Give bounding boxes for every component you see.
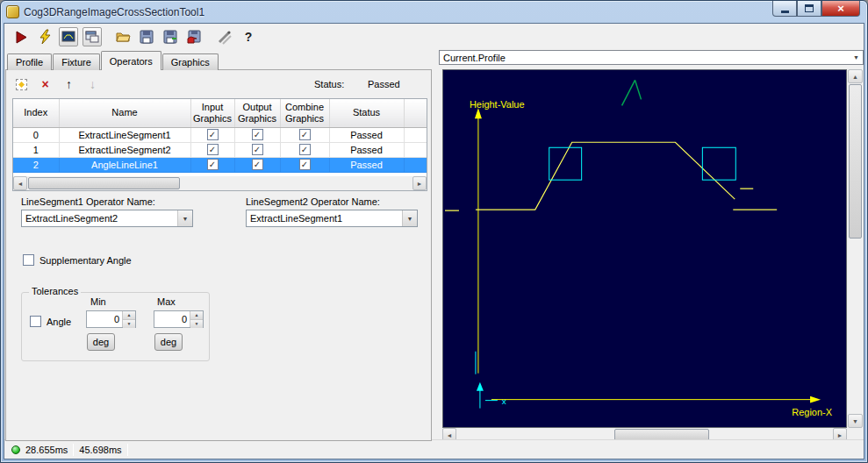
display-vscrollbar[interactable]: ▲ ▼ bbox=[848, 69, 863, 428]
status-bar: 28.655ms 45.698ms bbox=[4, 439, 864, 459]
output-graphics-checkbox[interactable]: ✓ bbox=[252, 144, 263, 155]
cell-status: Passed bbox=[329, 127, 404, 142]
angle-checkbox[interactable] bbox=[30, 316, 41, 327]
app-icon bbox=[6, 5, 19, 18]
add-operator-button[interactable] bbox=[14, 77, 29, 92]
run-button[interactable] bbox=[11, 27, 31, 46]
show-result-display-button[interactable] bbox=[59, 27, 78, 46]
move-up-icon: ↑ bbox=[66, 78, 72, 90]
tab-graphics[interactable]: Graphics bbox=[162, 53, 219, 70]
supplementary-angle-checkbox[interactable] bbox=[23, 254, 34, 266]
show-tool-display-button[interactable] bbox=[82, 27, 102, 46]
angle-marker-line bbox=[622, 80, 635, 105]
spin-up-button[interactable]: ▲ bbox=[190, 311, 203, 320]
caliper-icon bbox=[217, 29, 233, 45]
delete-icon: × bbox=[41, 78, 48, 90]
profile-plot: Height-Value Region-X x bbox=[443, 70, 846, 427]
close-button[interactable]: × bbox=[821, 1, 860, 17]
origin-x-label: x bbox=[502, 396, 506, 406]
cell-name: ExtractLineSegment1 bbox=[59, 127, 190, 142]
display-source-combo[interactable]: Current.Profile ▼ bbox=[439, 50, 864, 65]
linesegment2-label: LineSegment2 Operator Name: bbox=[246, 196, 380, 207]
open-file-button[interactable] bbox=[113, 27, 133, 46]
output-graphics-checkbox[interactable]: ✓ bbox=[252, 129, 263, 140]
total-time: 45.698ms bbox=[79, 445, 121, 455]
angle-min-spinner[interactable]: 0 ▲ ▼ bbox=[86, 310, 136, 328]
import-state-button[interactable] bbox=[184, 27, 204, 46]
spin-down-button[interactable]: ▼ bbox=[190, 320, 203, 328]
scroll-up-button[interactable]: ▲ bbox=[848, 69, 863, 83]
operators-table[interactable]: Index Name Input Graphics Output Graphic… bbox=[13, 99, 427, 173]
move-up-button[interactable]: ↑ bbox=[61, 77, 76, 92]
maximize-button[interactable] bbox=[797, 1, 821, 17]
segment-highlight-rect bbox=[702, 147, 735, 180]
open-folder-icon bbox=[115, 30, 131, 44]
col-combine-graphics[interactable]: Combine Graphics bbox=[280, 99, 329, 127]
profile-display[interactable]: Height-Value Region-X x bbox=[442, 69, 847, 428]
save-button[interactable] bbox=[137, 27, 156, 46]
floppy-import-icon bbox=[187, 30, 201, 44]
angle-max-spinner[interactable]: 0 ▲ ▼ bbox=[154, 310, 204, 328]
splitter[interactable] bbox=[433, 69, 438, 441]
spin-down-button[interactable]: ▼ bbox=[123, 320, 135, 328]
angle-min-value[interactable]: 0 bbox=[87, 311, 122, 327]
operators-toolbar: × ↑ ↓ bbox=[14, 75, 100, 93]
help-button[interactable]: ? bbox=[239, 27, 258, 46]
status-label: Status: bbox=[314, 79, 344, 89]
scroll-left-button[interactable]: ◄ bbox=[13, 176, 27, 190]
caliper-button[interactable] bbox=[215, 27, 234, 46]
angle-max-value[interactable]: 0 bbox=[154, 311, 190, 327]
cell-index: 2 bbox=[13, 157, 59, 172]
help-icon: ? bbox=[245, 30, 253, 44]
table-row[interactable]: 1 ExtractLineSegment2 ✓ ✓ ✓ Passed bbox=[13, 142, 427, 157]
grid-hscrollbar[interactable]: ◄ ► bbox=[13, 176, 427, 190]
min-unit-button[interactable]: deg bbox=[87, 333, 115, 351]
col-output-graphics[interactable]: Output Graphics bbox=[234, 99, 280, 127]
spin-up-button[interactable]: ▲ bbox=[123, 311, 135, 320]
input-graphics-checkbox[interactable]: ✓ bbox=[207, 129, 219, 140]
tab-fixture[interactable]: Fixture bbox=[53, 53, 100, 70]
angle-label: Angle bbox=[47, 317, 71, 327]
minimize-button[interactable] bbox=[772, 1, 797, 17]
cell-name: AngleLineLine1 bbox=[59, 157, 190, 172]
save-results-button[interactable] bbox=[161, 27, 180, 46]
minimize-icon bbox=[781, 11, 789, 13]
table-row[interactable]: 0 ExtractLineSegment1 ✓ ✓ ✓ Passed bbox=[13, 127, 427, 142]
scrollbar-thumb[interactable] bbox=[849, 84, 862, 239]
tab-operators[interactable]: Operators bbox=[101, 51, 161, 70]
cell-name: ExtractLineSegment2 bbox=[59, 142, 190, 157]
combine-graphics-checkbox[interactable]: ✓ bbox=[299, 144, 311, 155]
scroll-right-button[interactable]: ► bbox=[412, 176, 427, 190]
scroll-down-button[interactable]: ▼ bbox=[848, 414, 863, 428]
table-row[interactable]: 2 AngleLineLine1 ✓ ✓ ✓ Passed bbox=[13, 157, 427, 172]
col-name[interactable]: Name bbox=[59, 99, 190, 127]
tool-display-icon bbox=[85, 31, 99, 43]
run-continuous-button[interactable] bbox=[35, 27, 54, 46]
linesegment1-value: ExtractLineSegment2 bbox=[22, 213, 177, 224]
scrollbar-thumb[interactable] bbox=[28, 177, 180, 189]
tab-profile[interactable]: Profile bbox=[7, 53, 52, 70]
combo-dropdown-button[interactable]: ▼ bbox=[402, 210, 417, 226]
col-index[interactable]: Index bbox=[13, 99, 59, 127]
title-bar[interactable]: Cog3DRangeImageCrossSectionTool1 × bbox=[1, 1, 867, 23]
y-axis-label: Height-Value bbox=[470, 99, 525, 110]
max-label: Max bbox=[157, 296, 176, 307]
linesegment2-combo[interactable]: ExtractLineSegment1 ▼ bbox=[246, 210, 418, 227]
angle-marker-line bbox=[635, 80, 642, 99]
linesegment1-combo[interactable]: ExtractLineSegment2 ▼ bbox=[21, 210, 193, 227]
col-status[interactable]: Status bbox=[329, 99, 404, 127]
input-graphics-checkbox[interactable]: ✓ bbox=[207, 144, 219, 155]
delete-operator-button[interactable]: × bbox=[38, 77, 53, 92]
add-operator-icon bbox=[16, 79, 27, 90]
combo-dropdown-button[interactable]: ▼ bbox=[177, 210, 192, 226]
move-down-button[interactable]: ↓ bbox=[85, 77, 100, 92]
profile-segment bbox=[476, 142, 735, 210]
output-graphics-checkbox[interactable]: ✓ bbox=[252, 159, 263, 170]
max-unit-button[interactable]: deg bbox=[154, 333, 183, 351]
combine-graphics-checkbox[interactable]: ✓ bbox=[299, 159, 311, 170]
col-input-graphics[interactable]: Input Graphics bbox=[190, 99, 234, 127]
combine-graphics-checkbox[interactable]: ✓ bbox=[299, 129, 311, 140]
chevron-down-icon: ▼ bbox=[407, 216, 413, 222]
floppy-icon bbox=[140, 30, 154, 44]
input-graphics-checkbox[interactable]: ✓ bbox=[207, 159, 219, 170]
